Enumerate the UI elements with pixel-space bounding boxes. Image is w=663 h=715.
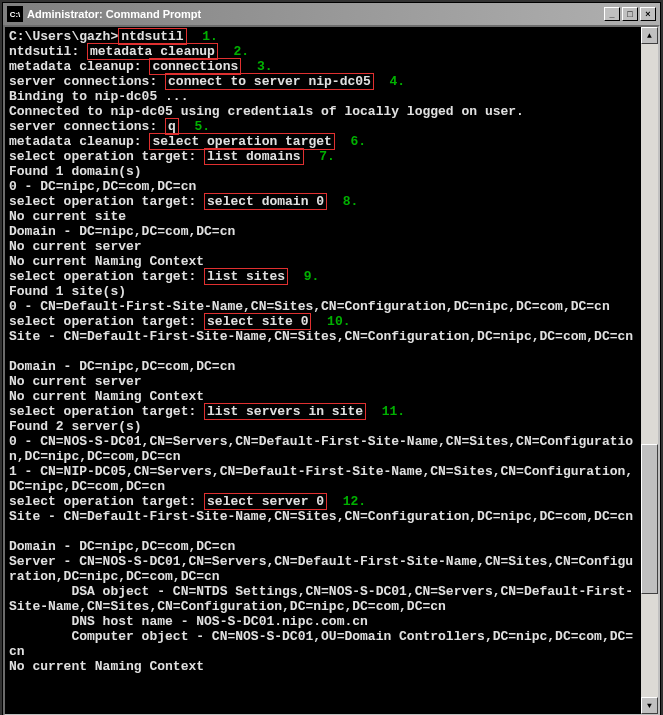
line: Domain - DC=nipc,DC=com,DC=cn (9, 359, 235, 374)
line: select operation target: (9, 269, 204, 284)
line: metadata cleanup: (9, 134, 149, 149)
line: Connected to nip-dc05 using credentials … (9, 104, 524, 119)
line: DC=nipc,DC=com,DC=cn (9, 479, 165, 494)
line: Computer object - CN=NOS-S-DC01,OU=Domai… (9, 629, 633, 644)
step-7: 7. (319, 149, 335, 164)
cmd-7: list domains (204, 148, 304, 165)
vertical-scrollbar[interactable]: ▲ ▼ (641, 27, 658, 714)
line: Site - CN=Default-First-Site-Name,CN=Sit… (9, 329, 633, 344)
scroll-thumb[interactable] (641, 444, 658, 594)
line: No current server (9, 374, 142, 389)
prompt: C:\Users\gazh> (9, 29, 118, 44)
line: 0 - CN=Default-First-Site-Name,CN=Sites,… (9, 299, 610, 314)
line: 0 - DC=nipc,DC=com,DC=cn (9, 179, 196, 194)
cmd-11: list servers in site (204, 403, 366, 420)
line: ntdsutil: (9, 44, 87, 59)
line: 0 - CN=NOS-S-DC01,CN=Servers,CN=Default-… (9, 434, 633, 449)
line: 1 - CN=NIP-DC05,CN=Servers,CN=Default-Fi… (9, 464, 633, 479)
step-11: 11. (382, 404, 405, 419)
line: ration,DC=nipc,DC=com,DC=cn (9, 569, 220, 584)
command-prompt-window: C:\ Administrator: Command Prompt _ □ × … (2, 2, 661, 715)
cmd-12: select server 0 (204, 493, 327, 510)
scroll-track[interactable] (641, 44, 658, 697)
cmd-icon: C:\ (7, 6, 23, 22)
step-1: 1. (202, 29, 218, 44)
line: server connections: (9, 119, 165, 134)
line: No current site (9, 209, 126, 224)
step-10: 10. (327, 314, 350, 329)
close-button[interactable]: × (640, 7, 656, 21)
step-12: 12. (343, 494, 366, 509)
cmd-4: connect to server nip-dc05 (165, 73, 374, 90)
maximize-button[interactable]: □ (622, 7, 638, 21)
line: Site-Name,CN=Sites,CN=Configuration,DC=n… (9, 599, 446, 614)
step-5: 5. (194, 119, 210, 134)
step-2: 2. (233, 44, 249, 59)
line: Site - CN=Default-First-Site-Name,CN=Sit… (9, 509, 633, 524)
step-3: 3. (257, 59, 273, 74)
line: No current server (9, 239, 142, 254)
line: Found 2 server(s) (9, 419, 142, 434)
line: Domain - DC=nipc,DC=com,DC=cn (9, 539, 235, 554)
line: No current Naming Context (9, 389, 204, 404)
line: Server - CN=NOS-S-DC01,CN=Servers,CN=Def… (9, 554, 633, 569)
line: Found 1 site(s) (9, 284, 126, 299)
line: select operation target: (9, 149, 204, 164)
line: Binding to nip-dc05 ... (9, 89, 188, 104)
terminal-output[interactable]: C:\Users\gazh>ntdsutil 1. ntdsutil: meta… (5, 27, 641, 714)
line: Found 1 domain(s) (9, 164, 142, 179)
line: select operation target: (9, 314, 204, 329)
cmd-10: select site 0 (204, 313, 311, 330)
content-area: C:\Users\gazh>ntdsutil 1. ntdsutil: meta… (3, 25, 660, 715)
window-title: Administrator: Command Prompt (27, 8, 602, 20)
line: DSA object - CN=NTDS Settings,CN=NOS-S-D… (9, 584, 633, 599)
line: select operation target: (9, 494, 204, 509)
line: Domain - DC=nipc,DC=com,DC=cn (9, 224, 235, 239)
step-6: 6. (350, 134, 366, 149)
scroll-up-button[interactable]: ▲ (641, 27, 658, 44)
step-9: 9. (304, 269, 320, 284)
cmd-8: select domain 0 (204, 193, 327, 210)
titlebar[interactable]: C:\ Administrator: Command Prompt _ □ × (3, 3, 660, 25)
line: select operation target: (9, 404, 204, 419)
line: server connections: (9, 74, 165, 89)
line: No current Naming Context (9, 254, 204, 269)
minimize-button[interactable]: _ (604, 7, 620, 21)
step-4: 4. (389, 74, 405, 89)
line: n,DC=nipc,DC=com,DC=cn (9, 449, 181, 464)
step-8: 8. (343, 194, 359, 209)
line: metadata cleanup: (9, 59, 149, 74)
cmd-9: list sites (204, 268, 288, 285)
line: No current Naming Context (9, 659, 204, 674)
line: cn (9, 644, 25, 659)
line: select operation target: (9, 194, 204, 209)
scroll-down-button[interactable]: ▼ (641, 697, 658, 714)
line: DNS host name - NOS-S-DC01.nipc.com.cn (9, 614, 368, 629)
